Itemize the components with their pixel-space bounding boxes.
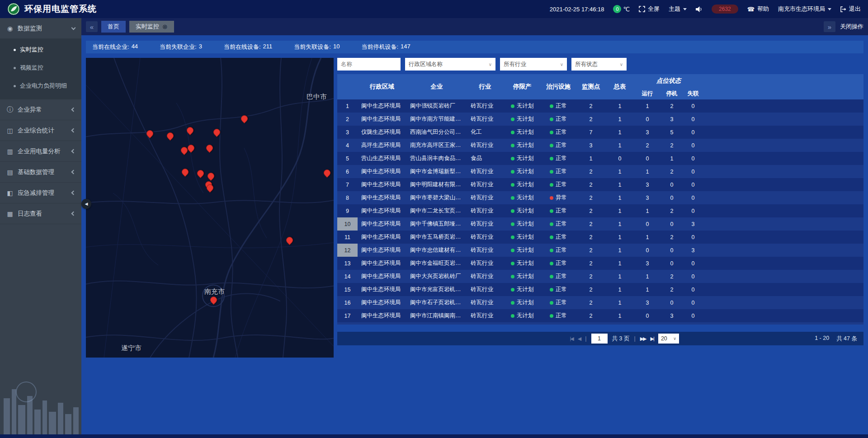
cell-company: 南充市高坪区王家店建 xyxy=(406,139,467,152)
fullscreen-button[interactable]: 全屏 xyxy=(639,5,660,13)
sidebar-group-enterprise-statistics[interactable]: ◫ 企业综合统计 xyxy=(0,120,81,141)
cell-industry: 砖瓦行业 xyxy=(467,165,503,178)
table-row[interactable]: 5营山生态环境局营山县润丰肉食品有限食品无计划正常10010 xyxy=(337,152,863,165)
tab-home[interactable]: 首页 xyxy=(101,21,126,33)
next-page-button[interactable]: ▶▶ xyxy=(640,336,646,342)
map-pin[interactable] xyxy=(285,235,294,245)
page-number-input[interactable] xyxy=(591,334,608,344)
cell-running: 1 xyxy=(633,99,661,113)
cell-disconnected: 0 xyxy=(682,126,704,139)
table-row[interactable]: 12阆中生态环境局阆中市忠信建材有限公砖瓦行业无计划正常21003 xyxy=(337,244,863,257)
first-page-button[interactable]: |◀ xyxy=(570,336,573,342)
map-pin[interactable] xyxy=(206,171,216,181)
table-row[interactable]: 2阆中生态环境局阆中市南方节能建材有砖瓦行业无计划正常21030 xyxy=(337,113,863,126)
industry-filter-select[interactable]: 所有行业 ∨ xyxy=(500,58,567,71)
sidebar-item-video-monitoring[interactable]: 视频监控 xyxy=(0,59,81,77)
region-filter-select[interactable]: 行政区域名称 ∨ xyxy=(405,58,495,71)
tabs-scroll-left-button[interactable]: « xyxy=(86,21,98,32)
map-pin[interactable] xyxy=(212,127,222,137)
temperature-indicator: 0 ℃ xyxy=(613,5,630,13)
announcement-icon[interactable] xyxy=(696,6,703,12)
tabs-scroll-right-button[interactable]: » xyxy=(824,21,835,32)
phone-icon: ☎ xyxy=(747,6,755,12)
name-filter-input[interactable] xyxy=(337,58,401,71)
status-dot-icon xyxy=(550,131,553,134)
map-pin[interactable] xyxy=(205,143,214,153)
row-index: 17 xyxy=(337,309,358,322)
table-row[interactable]: 6阆中生态环境局阆中市金博瑞新型墙材砖瓦行业无计划正常21120 xyxy=(337,165,863,178)
map-panel[interactable]: 巴中市南充市遂宁市 ◀ xyxy=(86,58,334,358)
table-row[interactable]: 11阆中生态环境局阆中市五马桥页岩机砖砖瓦行业无计划正常21120 xyxy=(337,231,863,244)
cell-monitor-points: 2 xyxy=(576,204,606,217)
sidebar-group-label: 企业异常 xyxy=(18,106,42,114)
table-row[interactable]: 8阆中生态环境局阆中市枣碧大梁山页岩砖瓦行业无计划异常21300 xyxy=(337,191,863,204)
chevron-left-icon xyxy=(71,128,76,133)
map-pin[interactable] xyxy=(145,129,155,138)
page-size-select[interactable]: 20 ∨ xyxy=(658,334,679,344)
sidebar-item-realtime-monitoring[interactable]: 实时监控 xyxy=(0,41,81,59)
sidebar-group-power-analysis[interactable]: ▥ 企业用电量分析 xyxy=(0,141,81,162)
table-row[interactable]: 18南部生态环境局南部县建兴上河页岩砖砖瓦行业无计划正常21030 xyxy=(337,322,863,325)
sidebar-group-emergency-reduction[interactable]: ◧ 应急减排管理 xyxy=(0,183,81,203)
tab-close-icon[interactable]: ⊗ xyxy=(162,23,168,30)
table-row[interactable]: 10阆中生态环境局阆中千佛镇五郎垭页岩砖瓦行业无计划正常21003 xyxy=(337,217,863,231)
cell-facility-status: 正常 xyxy=(541,99,576,113)
cell-facility-status: 正常 xyxy=(541,270,576,283)
bullet-icon xyxy=(14,67,16,69)
org-dropdown[interactable]: 南充市生态环境局 xyxy=(778,5,831,13)
sidebar-group-basic-data[interactable]: ▤ 基础数据管理 xyxy=(0,162,81,183)
stat-label: 当前失联设备: xyxy=(294,43,331,51)
sidebar-group-log-view[interactable]: ▦ 日志查看 xyxy=(0,203,81,224)
notification-badge[interactable]: 2632 xyxy=(712,5,738,14)
prev-page-button[interactable]: ◀ xyxy=(578,336,580,342)
table-row[interactable]: 7阆中生态环境局阆中明阳建材有限公司砖瓦行业无计划正常21300 xyxy=(337,178,863,191)
theme-dropdown[interactable]: 主题 xyxy=(669,5,687,13)
map-pin[interactable] xyxy=(196,169,205,178)
col-pollution-facility: 治污设施 xyxy=(541,74,576,99)
close-operations-button[interactable]: 关闭操作 xyxy=(840,23,863,31)
map-pin[interactable] xyxy=(322,168,332,178)
help-button[interactable]: ☎ 帮助 xyxy=(747,5,769,13)
table-row[interactable]: 3仪陇生态环境局西南油气田分公司川中化工无计划正常71350 xyxy=(337,126,863,139)
map-collapse-handle[interactable]: ◀ xyxy=(81,199,91,209)
cell-company: 阆中市忠信建材有限公 xyxy=(406,244,467,257)
table-row[interactable]: 1阆中生态环境局阆中强锐页岩砖厂砖瓦行业无计划正常21120 xyxy=(337,99,863,113)
table-row[interactable]: 17阆中生态环境局阆中市江南镇阆南页岩砖瓦行业无计划正常21030 xyxy=(337,309,863,322)
cell-limit-status: 无计划 xyxy=(503,152,541,165)
temperature-unit: ℃ xyxy=(623,6,630,13)
logout-button[interactable]: 退出 xyxy=(840,5,861,13)
table-row[interactable]: 15阆中生态环境局阆中市光富页岩机砖厂砖瓦行业无计划正常21120 xyxy=(337,283,863,296)
table-row[interactable]: 4高坪生态环境局南充市高坪区王家店建砖瓦行业无计划正常31220 xyxy=(337,139,863,152)
sidebar-item-power-load-detail[interactable]: 企业电力负荷明细 xyxy=(0,77,81,95)
map-pin[interactable] xyxy=(180,167,190,177)
cell-filler xyxy=(704,165,863,178)
cell-running: 0 xyxy=(633,217,661,231)
table-row[interactable]: 9阆中生态环境局阆中市二龙长宝页岩砖砖瓦行业无计划正常21120 xyxy=(337,204,863,217)
map-pin[interactable] xyxy=(240,114,249,123)
status-dot-icon xyxy=(550,170,553,174)
last-page-button[interactable]: ▶| xyxy=(651,336,654,342)
chevron-left-icon xyxy=(71,108,76,112)
map-pin[interactable] xyxy=(185,126,195,135)
status-filter-select[interactable]: 所有状态 ∨ xyxy=(571,58,627,71)
stat-offline-devices: 当前失联设备: 10 xyxy=(294,43,340,51)
row-index: 8 xyxy=(337,191,358,204)
sidebar-group-data-monitoring[interactable]: ◉ 数据监测 xyxy=(0,18,81,39)
cell-total-meters: 1 xyxy=(606,178,633,191)
table-row[interactable]: 16阆中生态环境局阆中市石子页岩机砖厂砖瓦行业无计划正常21300 xyxy=(337,296,863,309)
chevron-down-icon: ∨ xyxy=(489,62,492,67)
tab-realtime-monitoring[interactable]: 实时监控 ⊗ xyxy=(129,21,174,33)
sidebar-group-enterprise-anomaly[interactable]: ⓘ 企业异常 xyxy=(0,99,81,120)
cell-monitor-points: 2 xyxy=(576,113,606,126)
total-pages-label: 共 3 页 xyxy=(612,335,630,343)
map-pin[interactable] xyxy=(186,143,196,153)
table-row[interactable]: 14阆中生态环境局阆中大兴页岩机砖厂砖瓦行业无计划正常21120 xyxy=(337,270,863,283)
map-pin[interactable] xyxy=(165,131,175,141)
cell-stopped: 2 xyxy=(661,204,682,217)
enterprise-table: 行政区域 企业 行业 停限产 治污设施 监测点 总表 点位状态 xyxy=(337,74,863,325)
chevron-down-icon: ∨ xyxy=(620,62,623,67)
cell-stopped: 3 xyxy=(661,113,682,126)
cell-limit-status: 无计划 xyxy=(503,165,541,178)
table-row[interactable]: 13阆中生态环境局阆中市金福旺页岩机砖砖瓦行业无计划正常21300 xyxy=(337,257,863,270)
map-pin[interactable] xyxy=(209,295,218,305)
